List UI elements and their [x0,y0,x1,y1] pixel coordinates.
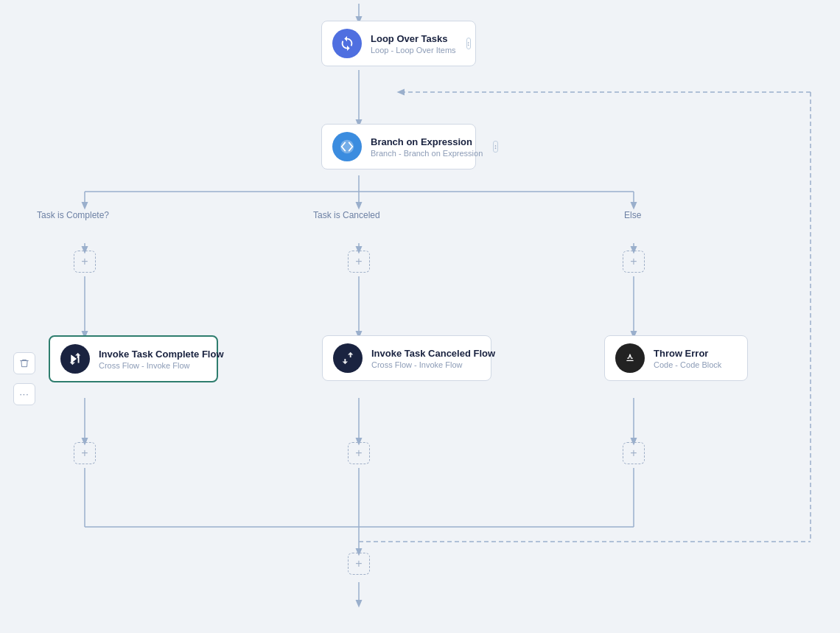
invoke-complete-title: Invoke Task Complete Flow [99,349,224,360]
branch-expression-text: Branch on Expression Branch - Branch on … [371,136,483,158]
plus-right-bottom[interactable]: + [623,442,645,464]
plus-left-bottom[interactable]: + [74,442,96,464]
branch-right-label: Else [624,210,641,220]
plus-bottom-center[interactable]: + [348,553,370,575]
loop-icon [332,29,362,58]
branch-subtitle: Branch - Branch on Expression [371,149,483,158]
loop-over-tasks-text: Loop Over Tasks Loop - Loop Over Items [371,33,456,55]
branch-expand-btn[interactable]: ↕ [493,141,498,153]
loop-over-tasks-node[interactable]: Loop Over Tasks Loop - Loop Over Items ↕ [321,21,476,66]
throw-error-node[interactable]: Throw Error Code - Code Block [604,335,748,381]
throw-error-title: Throw Error [654,348,721,359]
svg-point-26 [624,352,637,365]
plus-left-top[interactable]: + [74,251,96,273]
flow-canvas: Loop Over Tasks Loop - Loop Over Items ↕… [0,0,840,633]
loop-subtitle: Loop - Loop Over Items [371,46,456,55]
branch-expression-node[interactable]: Branch on Expression Branch - Branch on … [321,124,476,169]
trash-icon[interactable] [13,352,35,374]
invoke-complete-node[interactable]: Invoke Task Complete Flow Cross Flow - I… [49,335,218,382]
branch-center-label: Task is Canceled [313,210,380,220]
connectors-svg [0,0,840,633]
plus-center-bottom[interactable]: + [348,442,370,464]
loop-expand-btn[interactable]: ↕ [466,38,472,49]
invoke-complete-subtitle: Cross Flow - Invoke Flow [99,361,224,370]
throw-error-text: Throw Error Code - Code Block [654,348,721,369]
invoke-canceled-title: Invoke Task Canceled Flow [371,348,495,359]
more-options-icon[interactable]: ··· [13,383,35,405]
loop-title: Loop Over Tasks [371,33,456,44]
plus-center-top[interactable]: + [348,251,370,273]
invoke-canceled-icon [333,343,363,373]
plus-right-top[interactable]: + [623,251,645,273]
branch-icon [332,132,362,161]
branch-title: Branch on Expression [371,136,483,147]
invoke-complete-text: Invoke Task Complete Flow Cross Flow - I… [99,349,224,370]
node-toolbar: ··· [13,352,35,405]
throw-error-icon [615,343,645,373]
invoke-complete-icon [60,344,90,374]
invoke-canceled-node[interactable]: Invoke Task Canceled Flow Cross Flow - I… [322,335,491,381]
branch-left-label: Task is Complete? [37,210,109,220]
throw-error-subtitle: Code - Code Block [654,360,721,369]
invoke-canceled-text: Invoke Task Canceled Flow Cross Flow - I… [371,348,495,369]
invoke-canceled-subtitle: Cross Flow - Invoke Flow [371,360,495,369]
